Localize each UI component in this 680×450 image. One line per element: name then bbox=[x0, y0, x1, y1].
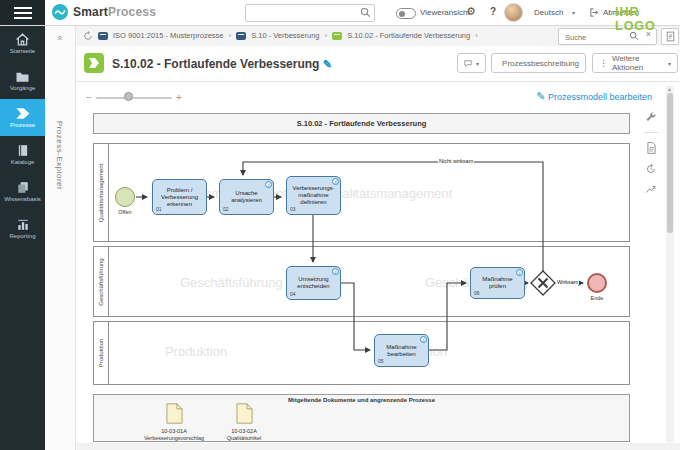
page-header: S.10.02 - Fortlaufende Verbesserung ✎ ▾ … bbox=[75, 46, 680, 82]
customer-logo-placeholder: IHR LOGO bbox=[615, 5, 680, 33]
breadcrumb-item[interactable]: ISO 9001:2015 - Musterprozesse bbox=[113, 31, 223, 40]
flow-label-nicht-wirksam: Nicht wirksam bbox=[438, 158, 474, 164]
bpmn-task-02[interactable]: Ursache analysieren 02 i bbox=[219, 179, 274, 215]
breadcrumb-folder-icon bbox=[236, 32, 246, 40]
sidebar-item-wissensbasis[interactable]: Wissensbasis bbox=[0, 173, 45, 210]
process-explorer-label: Prozess-Explorer bbox=[45, 95, 75, 215]
viewer-mode-toggle[interactable] bbox=[396, 8, 416, 19]
breadcrumb-bar: ISO 9001:2015 - Musterprozesse › S.10 - … bbox=[75, 25, 680, 47]
task-number: 03 bbox=[290, 206, 296, 213]
end-event[interactable] bbox=[587, 273, 607, 293]
documents-icon bbox=[16, 181, 30, 194]
bpmn-task-03[interactable]: Verbesserungs­maßnahme definieren 03 i bbox=[286, 176, 341, 215]
trend-chart-icon[interactable] bbox=[645, 184, 657, 196]
sidebar-item-kataloge[interactable]: Kataloge bbox=[0, 136, 45, 173]
main-sidebar: Startseite Vorgänge Prozesse Kataloge Wi… bbox=[0, 25, 45, 450]
more-actions-button[interactable]: ⋮ Weitere Aktionen ▾ bbox=[592, 53, 678, 73]
kebab-menu-icon: ⋮ bbox=[599, 58, 608, 68]
document-icon[interactable] bbox=[646, 142, 657, 154]
refresh-icon[interactable] bbox=[83, 31, 93, 41]
app-logo[interactable]: SmartProcess bbox=[52, 4, 156, 20]
comment-bubble-icon bbox=[464, 59, 472, 68]
breadcrumb-separator: › bbox=[325, 31, 328, 40]
task-number: 01 bbox=[156, 206, 162, 213]
task-number: 04 bbox=[290, 291, 296, 298]
process-explorer-panel: « Prozess-Explorer bbox=[45, 25, 76, 450]
process-type-icon bbox=[84, 53, 104, 73]
vertical-scrollbar[interactable]: ▲ bbox=[666, 85, 674, 443]
process-icon bbox=[15, 107, 31, 120]
task-number: 05 bbox=[378, 358, 384, 365]
xor-gateway[interactable] bbox=[531, 271, 555, 295]
diagram-tool-strip bbox=[638, 111, 664, 196]
bpmn-task-05[interactable]: Maßnahme bearbeiten 05 i bbox=[374, 334, 429, 367]
book-icon bbox=[16, 144, 30, 157]
wrench-icon[interactable] bbox=[645, 111, 657, 123]
hamburger-menu-button[interactable] bbox=[0, 0, 45, 25]
info-icon[interactable]: i bbox=[332, 268, 339, 275]
chevron-down-icon: ▾ bbox=[476, 60, 479, 67]
global-search-input[interactable] bbox=[250, 6, 356, 21]
bar-chart-icon bbox=[16, 218, 30, 231]
flow-label-wirksam: Wirksam bbox=[556, 279, 579, 285]
task-number: 02 bbox=[223, 206, 229, 213]
sequence-flows bbox=[75, 81, 680, 450]
smartprocess-app: SmartProcess Vieweransicht ⚙ ? Deutsch ▾… bbox=[0, 0, 680, 450]
comments-button[interactable]: ▾ bbox=[457, 53, 486, 73]
home-icon bbox=[15, 33, 30, 46]
breadcrumb-separator: › bbox=[475, 31, 478, 40]
breadcrumb-process-icon bbox=[332, 32, 342, 40]
sidebar-item-vorgaenge[interactable]: Vorgänge bbox=[0, 62, 45, 99]
settings-gear-icon[interactable]: ⚙ bbox=[466, 5, 476, 18]
flow-04-to-05 bbox=[341, 283, 370, 350]
page-title: S.10.02 - Fortlaufende Verbesserung ✎ bbox=[112, 57, 332, 71]
sidebar-item-startseite[interactable]: Startseite bbox=[0, 25, 45, 62]
viewer-mode-label: Vieweransicht bbox=[420, 8, 470, 17]
sidebar-item-prozesse[interactable]: Prozesse bbox=[0, 99, 45, 136]
scrollbar-thumb[interactable] bbox=[667, 93, 673, 233]
info-icon[interactable]: i bbox=[420, 336, 427, 343]
brand-wave-icon bbox=[52, 4, 68, 20]
chevron-down-icon: ▾ bbox=[572, 9, 575, 16]
chevron-down-icon: ▾ bbox=[668, 60, 671, 67]
bpmn-task-06[interactable]: Maßnahme prüfen 06 i bbox=[470, 267, 525, 299]
search-icon[interactable] bbox=[360, 7, 371, 18]
breadcrumb-item[interactable]: S.10.02 - Fortlaufende Verbesserung bbox=[347, 31, 470, 40]
diagram-area: − + ✎ Prozessmodell bearbeiten S.10.02 -… bbox=[75, 81, 680, 450]
info-icon[interactable]: i bbox=[332, 178, 339, 185]
breadcrumb-item[interactable]: S.10 - Verbesserung bbox=[251, 31, 319, 40]
language-selector[interactable]: Deutsch bbox=[534, 8, 563, 17]
flow-05-to-06 bbox=[429, 283, 466, 350]
bpmn-task-01[interactable]: Problem / Verbesserung erkennen 01 bbox=[152, 179, 207, 215]
folder-icon bbox=[15, 71, 30, 83]
collapse-panel-icon[interactable]: « bbox=[55, 23, 65, 53]
bpmn-task-04[interactable]: Umsetzung entscheiden 04 i bbox=[286, 266, 341, 300]
help-icon[interactable]: ? bbox=[490, 6, 496, 17]
task-number: 06 bbox=[474, 290, 480, 297]
sidebar-item-reporting[interactable]: Reporting bbox=[0, 210, 45, 247]
start-event[interactable] bbox=[115, 187, 135, 207]
user-avatar[interactable] bbox=[504, 3, 523, 22]
info-icon[interactable]: i bbox=[516, 269, 523, 276]
top-bar: SmartProcess Vieweransicht ⚙ ? Deutsch ▾… bbox=[0, 0, 680, 26]
info-icon[interactable]: i bbox=[265, 181, 272, 188]
global-search-box bbox=[245, 4, 375, 22]
process-description-button[interactable]: Prozessbeschreibung bbox=[491, 53, 586, 73]
breadcrumb-folder-icon bbox=[98, 32, 108, 40]
edit-title-pencil-icon[interactable]: ✎ bbox=[323, 58, 332, 70]
start-event-label: Offen bbox=[105, 209, 145, 215]
end-event-label: Ende bbox=[577, 295, 617, 301]
divider bbox=[644, 132, 658, 133]
breadcrumb-separator: › bbox=[228, 31, 231, 40]
logout-icon bbox=[589, 7, 600, 18]
brand-name: SmartProcess bbox=[73, 5, 156, 19]
history-icon[interactable] bbox=[645, 163, 657, 175]
scroll-up-icon[interactable]: ▲ bbox=[667, 86, 672, 92]
